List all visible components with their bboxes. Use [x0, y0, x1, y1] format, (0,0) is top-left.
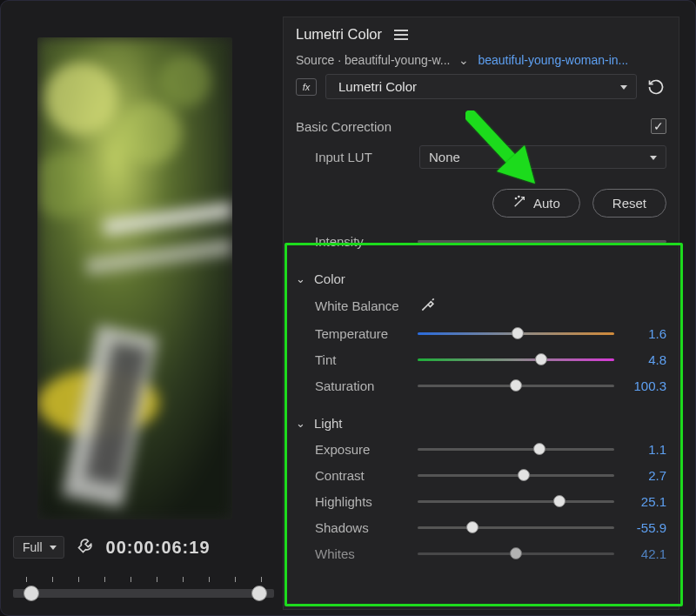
settings-wrench-icon[interactable]	[77, 537, 94, 559]
shadows-value[interactable]: -55.9	[625, 520, 666, 535]
auto-button-label: Auto	[533, 196, 560, 211]
temperature-label: Temperature	[315, 326, 407, 341]
exposure-value[interactable]: 1.1	[625, 442, 666, 457]
tint-value[interactable]: 4.8	[625, 352, 666, 367]
saturation-label: Saturation	[315, 378, 407, 393]
panel-menu-icon[interactable]	[394, 30, 408, 40]
slider-knob[interactable]	[518, 469, 530, 481]
contrast-label: Contrast	[315, 468, 407, 483]
highlights-label: Highlights	[315, 494, 407, 509]
basic-enabled-checkbox[interactable]: ✓	[651, 118, 666, 134]
timeline-scrub	[13, 577, 274, 603]
slider-knob[interactable]	[510, 547, 522, 559]
tint-slider[interactable]	[418, 352, 614, 367]
whites-slider[interactable]	[418, 546, 614, 561]
whites-label: Whites	[315, 546, 407, 561]
source-label: Source · beautiful-young-w...	[296, 53, 450, 67]
program-monitor	[37, 37, 232, 519]
highlights-value[interactable]: 25.1	[625, 494, 666, 509]
lumetri-panel: Lumetri Color Source · beautiful-young-w…	[283, 17, 679, 610]
out-point-handle[interactable]	[251, 586, 267, 601]
timecode[interactable]: 00:00:06:19	[106, 538, 211, 558]
saturation-slider[interactable]	[418, 378, 614, 393]
wand-icon	[512, 195, 526, 211]
monitor-controls: Full 00:00:06:19	[13, 532, 244, 563]
shadows-slider[interactable]	[418, 519, 614, 535]
section-basic-correction: Basic Correction ✓ Input LUT None Auto R…	[284, 108, 679, 256]
display-mode-select[interactable]: Full	[13, 536, 64, 559]
exposure-slider[interactable]	[418, 441, 614, 457]
chevron-down-icon[interactable]: ⌄	[458, 53, 469, 67]
app-window: Full 00:00:06:19 Lumetri Color Source · …	[0, 0, 696, 616]
input-lut-select[interactable]: None	[419, 145, 666, 169]
temperature-slider[interactable]	[418, 325, 614, 341]
slider-knob[interactable]	[512, 327, 524, 339]
svg-point-10	[515, 198, 516, 198]
chevron-down-icon[interactable]: ⌄	[296, 273, 305, 285]
temperature-value[interactable]: 1.6	[625, 326, 666, 341]
svg-point-11	[519, 196, 519, 197]
reset-effect-icon[interactable]	[646, 77, 666, 97]
intensity-slider[interactable]	[418, 233, 666, 249]
slider-knob[interactable]	[466, 521, 478, 533]
group-title: Light	[314, 416, 343, 431]
scrub-bar[interactable]	[13, 589, 274, 598]
in-point-handle[interactable]	[23, 586, 39, 601]
eyedropper-icon[interactable]	[419, 296, 437, 316]
svg-point-3	[159, 55, 211, 107]
slider-knob[interactable]	[535, 353, 547, 365]
auto-button[interactable]: Auto	[492, 189, 580, 218]
chevron-down-icon[interactable]: ⌄	[296, 418, 305, 429]
whites-value[interactable]: 42.1	[625, 546, 666, 561]
source-row: Source · beautiful-young-w... ⌄ beautifu…	[284, 51, 679, 74]
white-balance-label: White Balance	[315, 298, 411, 313]
shadows-label: Shadows	[315, 520, 407, 535]
section-color: ⌄ Color White Balance Temperature 1.6 Ti…	[284, 256, 679, 400]
effect-row: fx Lumetri Color	[284, 74, 679, 108]
reset-button[interactable]: Reset	[592, 189, 666, 218]
reset-button-label: Reset	[612, 196, 646, 211]
slider-knob[interactable]	[510, 379, 522, 392]
slider-knob[interactable]	[553, 495, 566, 507]
panel-header: Lumetri Color	[284, 17, 679, 51]
panel-title: Lumetri Color	[296, 26, 382, 43]
input-lut-label: Input LUT	[315, 150, 411, 164]
highlights-slider[interactable]	[418, 493, 614, 509]
fx-badge[interactable]: fx	[296, 78, 317, 96]
target-clip-link[interactable]: beautiful-young-woman-in...	[478, 53, 628, 67]
intensity-label: Intensity	[315, 234, 407, 249]
slider-knob[interactable]	[533, 443, 545, 455]
tint-label: Tint	[315, 352, 407, 367]
svg-point-1	[44, 62, 117, 135]
exposure-label: Exposure	[315, 442, 407, 457]
saturation-value[interactable]: 100.3	[625, 378, 666, 393]
svg-point-2	[119, 102, 182, 164]
group-title: Color	[314, 271, 345, 286]
section-title: Basic Correction	[296, 119, 392, 134]
ruler-ticks	[13, 577, 274, 586]
preview-image	[37, 37, 232, 519]
contrast-value[interactable]: 2.7	[625, 468, 666, 483]
effect-select[interactable]: Lumetri Color	[325, 74, 637, 99]
contrast-slider[interactable]	[418, 467, 614, 483]
section-light: ⌄ Light Exposure 1.1 Contrast 2.7 Highli…	[284, 400, 679, 568]
